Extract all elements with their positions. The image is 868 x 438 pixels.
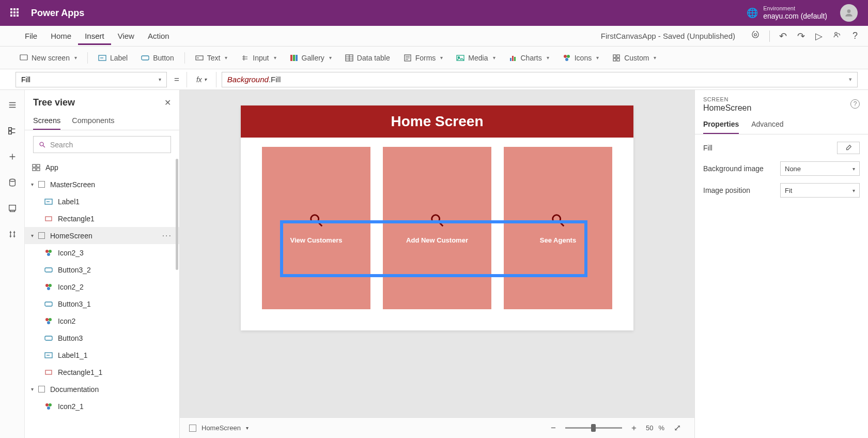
share-button[interactable] [828, 27, 847, 45]
svg-point-55 [553, 215, 561, 222]
tree-node-label1-1[interactable]: Label1_1 [25, 346, 179, 364]
ribbon-gallery[interactable]: Gallery▾ [284, 51, 338, 65]
ribbon-media[interactable]: Media▾ [450, 51, 501, 65]
checkbox[interactable] [38, 386, 45, 392]
ribbon-label[interactable]: Label [92, 51, 134, 65]
tree-node-icon2-2[interactable]: Icon2_2 [25, 278, 179, 295]
ribbon-custom[interactable]: Custom▾ [606, 51, 662, 65]
ribbon-forms[interactable]: Forms▾ [397, 51, 450, 65]
fx-button[interactable]: fx▾ [192, 75, 211, 84]
ribbon-text[interactable]: Text▾ [189, 51, 234, 65]
button-icon [44, 334, 53, 342]
ribbon-input[interactable]: Input▾ [235, 51, 282, 65]
zoom-slider[interactable] [565, 427, 622, 429]
rail-tree-view[interactable] [7, 125, 18, 137]
app-header: Power Apps 🌐 Environment enayu.com (defa… [0, 0, 868, 26]
canvas-viewport[interactable]: Home Screen View Customers Add New Custo… [180, 90, 694, 417]
tab-properties[interactable]: Properties [703, 120, 739, 134]
tree-node-homescreen[interactable]: ▾ HomeScreen ··· [25, 227, 179, 244]
tab-advanced[interactable]: Advanced [751, 120, 783, 134]
card-see-agents[interactable]: See Agents [504, 147, 612, 309]
ribbon-button[interactable]: Button [135, 51, 180, 65]
rail-hamburger[interactable] [7, 99, 18, 111]
rail-insert[interactable] [7, 151, 18, 162]
rail-advanced-tools[interactable] [7, 229, 18, 240]
ribbon-charts[interactable]: Charts▾ [503, 51, 555, 65]
button-icon [44, 300, 53, 308]
canvas-footer: HomeScreen ▾ − + 50 % ⤢ [180, 417, 694, 438]
checkbox[interactable] [38, 232, 45, 239]
undo-button[interactable]: ↶ [774, 27, 792, 45]
ribbon-charts-label: Charts [521, 54, 542, 62]
more-options-icon[interactable]: ··· [162, 231, 172, 240]
card-view-customers[interactable]: View Customers [262, 147, 370, 309]
ribbon-datatable[interactable]: Data table [339, 51, 396, 65]
checkbox[interactable] [38, 181, 45, 188]
bgimage-select[interactable]: None ▾ [780, 161, 860, 176]
tree-node-icon2[interactable]: Icon2 [25, 312, 179, 329]
menu-insert[interactable]: Insert [78, 27, 111, 45]
tab-components[interactable]: Components [72, 112, 114, 130]
fit-screen-button[interactable]: ⤢ [670, 422, 685, 433]
environment-icon: 🌐 [747, 7, 758, 19]
tree-node-label1[interactable]: Label1 [25, 193, 179, 210]
rail-data[interactable] [7, 177, 18, 188]
tree-node-button3[interactable]: Button3 [25, 329, 179, 346]
tab-screens[interactable]: Screens [33, 112, 60, 130]
prop-bgimage-label: Background image [703, 164, 764, 173]
zoom-out-button[interactable]: − [547, 423, 560, 433]
ribbon-icons[interactable]: Icons▾ [556, 51, 605, 65]
tree-node-documentation[interactable]: ▾ Documentation [25, 381, 179, 398]
zoom-in-button[interactable]: + [627, 423, 641, 433]
canvas-frame[interactable]: Home Screen View Customers Add New Custo… [241, 105, 633, 330]
svg-point-1 [754, 34, 757, 36]
app-checker-icon[interactable] [746, 27, 765, 45]
collapse-icon[interactable]: ▾ [29, 182, 35, 187]
tree-node-button3-2[interactable]: Button3_2 [25, 261, 179, 278]
tree-node-icon2-1[interactable]: Icon2_1 [25, 398, 179, 415]
expand-formula-icon[interactable]: ▾ [849, 76, 852, 83]
tree-node-button3-1[interactable]: Button3_1 [25, 295, 179, 312]
help-button[interactable]: ? [847, 27, 863, 44]
environment-picker[interactable]: 🌐 Environment enayu.com (default) [747, 5, 827, 21]
svg-rect-5 [142, 56, 149, 60]
chevron-down-icon[interactable]: ▾ [246, 425, 249, 431]
color-picker-icon [845, 144, 852, 152]
tree-scrollbar[interactable] [176, 159, 178, 270]
menu-home[interactable]: Home [44, 27, 78, 45]
svg-point-50 [45, 403, 49, 406]
tree-node-icon2-3[interactable]: Icon2_3 [25, 244, 179, 261]
menu-action[interactable]: Action [141, 27, 176, 45]
ribbon-datatable-label: Data table [357, 54, 390, 62]
ribbon-new-screen[interactable]: New screen ▾ [13, 51, 83, 65]
card-add-customer[interactable]: Add New Customer [383, 147, 491, 309]
svg-point-19 [565, 58, 568, 61]
menu-view[interactable]: View [111, 27, 141, 45]
tree-node-masterscreen[interactable]: ▾ MasterScreen [25, 176, 179, 193]
collapse-icon[interactable]: ▾ [29, 386, 35, 392]
collapse-icon[interactable]: ▾ [29, 233, 35, 238]
magnifier-icon [550, 213, 566, 230]
formula-token-object: Background [227, 75, 269, 84]
property-selector[interactable]: Fill ▾ [16, 72, 167, 87]
properties-help-button[interactable]: ? [850, 99, 860, 109]
user-avatar[interactable] [840, 4, 858, 22]
tree-node-rectangle1[interactable]: Rectangle1 [25, 210, 179, 227]
tree-search-input[interactable]: Search [33, 136, 171, 153]
close-panel-button[interactable]: ✕ [164, 98, 171, 108]
svg-rect-15 [512, 56, 514, 61]
redo-button[interactable]: ↷ [792, 27, 810, 45]
footer-checkbox[interactable] [189, 425, 196, 432]
preview-button[interactable]: ▷ [810, 27, 828, 45]
menu-file[interactable]: File [18, 27, 44, 45]
svg-rect-24 [8, 128, 11, 130]
formula-input[interactable]: Background.Fill ▾ [222, 72, 858, 87]
waffle-icon[interactable] [10, 8, 20, 18]
imgpos-select[interactable]: Fit ▾ [780, 183, 860, 198]
person-icon [844, 8, 854, 18]
tree-node-rectangle1-1[interactable]: Rectangle1_1 [25, 364, 179, 381]
app-title: Power Apps [31, 8, 84, 19]
fill-color-picker[interactable] [837, 142, 860, 154]
rail-media[interactable] [7, 203, 18, 214]
tree-node-app[interactable]: App [25, 159, 179, 176]
